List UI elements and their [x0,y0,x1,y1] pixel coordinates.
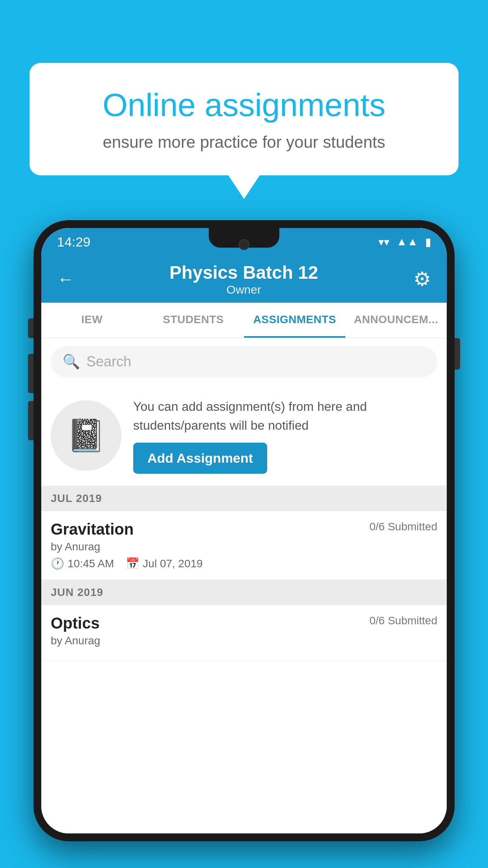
assignment-item-optics[interactable]: Optics 0/6 Submitted by Anurag [41,605,447,661]
tab-students[interactable]: STUDENTS [143,303,244,338]
promo-section: 📓 You can add assignment(s) from here an… [41,385,447,486]
screen-content: 🔍 Search 📓 You can add assignment(s) fro… [41,338,447,833]
header-subtitle: Owner [169,283,318,296]
notebook-icon: 📓 [66,417,106,454]
clock-icon: 🕐 [51,557,64,570]
volume-down-button [28,401,33,440]
assignment-header: Gravitation 0/6 Submitted [51,520,437,538]
status-time: 14:29 [57,234,90,250]
calendar-icon: 📅 [126,557,139,570]
search-bar[interactable]: 🔍 Search [51,346,437,377]
assignment-item-gravitation[interactable]: Gravitation 0/6 Submitted by Anurag 🕐 10… [41,511,447,580]
add-assignment-button[interactable]: Add Assignment [133,443,267,474]
phone-mockup: 14:29 ▾▾ ▲▲ ▮ ← Physics Batch 12 Owner ⚙ [33,220,455,868]
speech-bubble-section: Online assignments ensure more practice … [29,63,459,199]
assignment-author-optics: by Anurag [51,634,437,647]
back-button[interactable]: ← [57,269,74,289]
signal-icon: ▲▲ [396,235,418,248]
tab-bar: IEW STUDENTS ASSIGNMENTS ANNOUNCEM... [41,303,447,338]
power-button [455,338,460,370]
phone-screen: 14:29 ▾▾ ▲▲ ▮ ← Physics Batch 12 Owner ⚙ [41,228,447,833]
phone-camera [238,239,250,250]
assignment-title-optics: Optics [51,614,99,632]
assignment-meta: 🕐 10:45 AM 📅 Jul 07, 2019 [51,557,437,570]
month-separator-jun: JUN 2019 [41,580,447,605]
wifi-icon: ▾▾ [378,235,389,248]
speech-bubble-arrow [228,175,260,199]
speech-bubble: Online assignments ensure more practice … [29,63,459,175]
assignment-submitted-optics: 0/6 Submitted [369,614,437,627]
promo-text-area: You can add assignment(s) from here and … [133,397,437,474]
app-header: ← Physics Batch 12 Owner ⚙ [41,256,447,303]
speech-bubble-title: Online assignments [57,86,431,123]
assignment-time: 🕐 10:45 AM [51,557,114,570]
assignment-date: 📅 Jul 07, 2019 [126,557,203,570]
battery-icon: ▮ [425,235,431,248]
volume-up-button [28,354,33,393]
month-separator-jul: JUL 2019 [41,486,447,511]
promo-description: You can add assignment(s) from here and … [133,397,437,435]
phone-frame: 14:29 ▾▾ ▲▲ ▮ ← Physics Batch 12 Owner ⚙ [33,220,455,841]
settings-icon[interactable]: ⚙ [413,268,431,291]
search-container: 🔍 Search [41,338,447,385]
tab-announcements[interactable]: ANNOUNCEM... [345,303,447,338]
tab-assignments[interactable]: ASSIGNMENTS [244,303,345,338]
tab-iew[interactable]: IEW [41,303,143,338]
assignment-submitted: 0/6 Submitted [369,520,437,533]
assignment-title: Gravitation [51,520,134,538]
phone-notch [209,228,279,248]
header-title: Physics Batch 12 [169,262,318,283]
silent-button [28,318,33,338]
assignment-header-optics: Optics 0/6 Submitted [51,614,437,632]
search-placeholder: Search [86,353,131,370]
assignment-author: by Anurag [51,541,437,553]
header-center: Physics Batch 12 Owner [169,262,318,296]
speech-bubble-subtitle: ensure more practice for your students [57,133,431,152]
status-icons: ▾▾ ▲▲ ▮ [378,235,431,248]
promo-icon-circle: 📓 [51,400,121,471]
search-icon: 🔍 [62,353,80,370]
